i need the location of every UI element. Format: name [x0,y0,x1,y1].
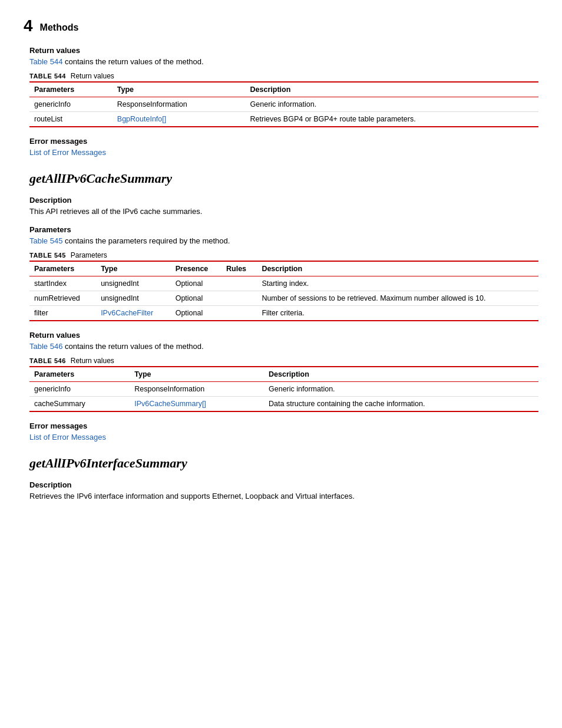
method1-parameters-intro: Table 545 contains the parameters requir… [29,236,538,245]
method2-title: getAllIPv6InterfaceSummary [29,456,538,471]
cell-description: Starting index. [257,276,538,291]
table544-header-row: Parameters Type Description [29,82,538,97]
table545-col-presence: Presence [171,261,222,276]
page-header: 4 Methods [24,18,538,34]
bgprouteinfo-link[interactable]: BgpRouteInfo[] [117,115,166,123]
cell-description: Retrieves BGP4 or BGP4+ route table para… [246,112,538,127]
cell-description: Filter criteria. [257,306,538,321]
cell-rules [222,291,257,306]
method1-return-values-heading: Return values [29,331,538,340]
cell-type: ResponseInformation [130,382,264,397]
table544-link[interactable]: Table 544 [29,57,62,66]
method1-parameters-section: Parameters Table 545 contains the parame… [29,225,538,321]
error-messages-link-1[interactable]: List of Error Messages [29,148,106,157]
table-row: cacheSummary IPv6CacheSummary[] Data str… [29,397,538,412]
table546-col-parameters: Parameters [29,367,130,382]
table-row: filter IPv6CacheFilter Optional Filter c… [29,306,538,321]
table544-id: TABLE 544 [29,73,66,80]
method1-description-section: Description This API retrieves all of th… [29,196,538,216]
cell-type: IPv6CacheSummary[] [130,397,264,412]
method1-parameters-intro-suffix: contains the parameters required by the … [65,236,230,245]
method1-error-messages-heading: Error messages [29,421,538,430]
table546-col-description: Description [264,367,538,382]
method1-description-text: This API retrieves all of the IPv6 cache… [29,207,538,216]
cell-type: unsignedInt [96,291,171,306]
method1-return-values-intro-suffix: contains the return values of the method… [65,342,204,351]
cell-param: cacheSummary [29,397,130,412]
table-row: genericInfo ResponseInformation Generic … [29,382,538,397]
cell-rules [222,276,257,291]
table545-label: TABLE 545 Parameters [29,251,538,259]
cell-param: filter [29,306,96,321]
cell-presence: Optional [171,306,222,321]
cell-rules [222,306,257,321]
ipv6cachefilter-link[interactable]: IPv6CacheFilter [101,309,153,317]
method2-description-text: Retrieves the IPv6 interface information… [29,492,538,500]
cell-param: genericInfo [29,97,113,112]
error-messages-heading-1: Error messages [29,137,538,146]
cell-type: ResponseInformation [113,97,246,112]
cell-type: unsignedInt [96,276,171,291]
table-row: genericInfo ResponseInformation Generic … [29,97,538,112]
cell-description: Generic information. [246,97,538,112]
table544-col-parameters: Parameters [29,82,113,97]
table-row: routeList BgpRouteInfo[] Retrieves BGP4 … [29,112,538,127]
ipv6cachesummary-link[interactable]: IPv6CacheSummary[] [134,400,206,408]
cell-type: BgpRouteInfo[] [113,112,246,127]
cell-param: numRetrieved [29,291,96,306]
table544-title: Return values [71,72,114,80]
cell-param: startIndex [29,276,96,291]
return-values-intro-suffix-1: contains the return values of the method… [65,57,204,66]
cell-param: routeList [29,112,113,127]
cell-description: Data structure containing the cache info… [264,397,538,412]
table545-link[interactable]: Table 545 [29,236,62,245]
table545-col-parameters: Parameters [29,261,96,276]
table545-title: Parameters [71,251,107,259]
table544-label: TABLE 544 Return values [29,72,538,80]
table546-title: Return values [71,357,114,365]
method1-title: getAllIPv6CacheSummary [29,171,538,186]
method1-parameters-heading: Parameters [29,225,538,234]
cell-type: IPv6CacheFilter [96,306,171,321]
table546-col-type: Type [130,367,264,382]
error-messages-link-method1[interactable]: List of Error Messages [29,433,106,442]
method2-description-heading: Description [29,480,538,489]
cell-param: genericInfo [29,382,130,397]
error-messages-section-method1: Error messages List of Error Messages [29,421,538,442]
table545-col-type: Type [96,261,171,276]
table546-link[interactable]: Table 546 [29,342,62,351]
table-row: numRetrieved unsignedInt Optional Number… [29,291,538,306]
table546-id: TABLE 546 [29,357,66,364]
method1-description-heading: Description [29,196,538,205]
cell-description: Number of sessions to be retrieved. Maxi… [257,291,538,306]
content-area: Return values Table 544 contains the ret… [24,46,538,500]
table546: Parameters Type Description genericInfo … [29,366,538,412]
error-messages-section-1: Error messages List of Error Messages [29,137,538,157]
table545: Parameters Type Presence Rules Descripti… [29,261,538,321]
method1-return-values-intro: Table 546 contains the return values of … [29,342,538,351]
chapter-title: Methods [40,22,79,33]
table545-col-description: Description [257,261,538,276]
cell-presence: Optional [171,276,222,291]
return-values-heading-1: Return values [29,46,538,55]
table545-id: TABLE 545 [29,252,66,259]
table544-col-type: Type [113,82,246,97]
table545-header-row: Parameters Type Presence Rules Descripti… [29,261,538,276]
chapter-number: 4 [24,18,33,34]
table544-col-description: Description [246,82,538,97]
table-row: startIndex unsignedInt Optional Starting… [29,276,538,291]
return-values-intro-1: Table 544 contains the return values of … [29,57,538,66]
method2-description-section: Description Retrieves the IPv6 interface… [29,480,538,500]
table544: Parameters Type Description genericInfo … [29,81,538,127]
return-values-section-1: Return values Table 544 contains the ret… [29,46,538,127]
table546-label: TABLE 546 Return values [29,357,538,365]
method1-return-values-section: Return values Table 546 contains the ret… [29,331,538,412]
cell-presence: Optional [171,291,222,306]
table545-col-rules: Rules [222,261,257,276]
cell-description: Generic information. [264,382,538,397]
table546-header-row: Parameters Type Description [29,367,538,382]
